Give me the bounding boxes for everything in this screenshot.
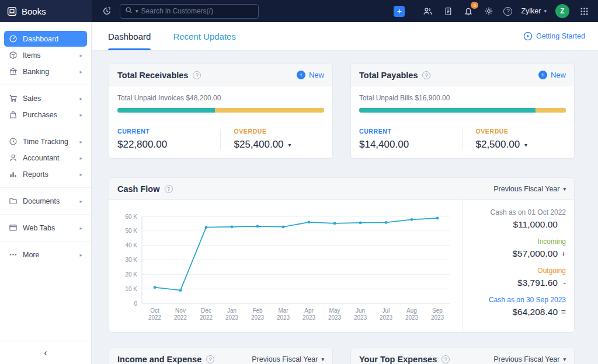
search-scope-chevron-icon[interactable]: ▾ xyxy=(135,8,138,14)
getting-started-link[interactable]: Getting Started xyxy=(523,32,585,41)
current-payables-stat: CURRENT $14,400.00 xyxy=(359,128,462,150)
fiscal-year-dropdown[interactable]: Previous Fiscal Year ▾ xyxy=(493,355,566,363)
incoming-total: Incoming $57,000.00 + xyxy=(471,237,566,259)
cash-flow-chart: 010 K20 K30 K40 K50 K60 KOct2022Nov2022D… xyxy=(109,200,462,332)
help-icon[interactable]: ? xyxy=(165,185,173,193)
card-header: Income and Expense ? Previous Fiscal Yea… xyxy=(109,348,332,364)
closing-balance: Cash as on 30 Sep 2023 $64,208.40 = xyxy=(471,296,566,317)
svg-text:Nov: Nov xyxy=(175,307,186,314)
card-title: Your Top Expenses xyxy=(359,355,437,364)
sidebar-item-label: Accountant xyxy=(23,154,74,162)
svg-text:Dec: Dec xyxy=(201,307,211,314)
search-input[interactable] xyxy=(141,7,253,15)
main-area: Dashboard Recent Updates Getting Started… xyxy=(92,22,598,364)
svg-text:2023: 2023 xyxy=(251,314,265,321)
books-logo-icon xyxy=(7,6,17,16)
sidebar-item-reports[interactable]: Reports ▸ xyxy=(4,166,87,182)
tab-recent-updates[interactable]: Recent Updates xyxy=(173,22,236,50)
app-logo[interactable]: Books xyxy=(0,0,92,22)
svg-text:0: 0 xyxy=(134,300,137,307)
fiscal-year-dropdown[interactable]: Previous Fiscal Year ▾ xyxy=(493,185,566,193)
tab-dashboard[interactable]: Dashboard xyxy=(108,22,151,50)
unpaid-bills-total: Total Unpaid Bills $16,900.00 xyxy=(359,94,566,102)
payables-progress-bar xyxy=(359,108,566,113)
search-icon xyxy=(125,6,133,16)
svg-text:2023: 2023 xyxy=(380,314,393,321)
svg-text:Jun: Jun xyxy=(356,307,365,314)
sidebar-item-items[interactable]: Items ▸ xyxy=(4,47,87,63)
sidebar-item-accountant[interactable]: Accountant ▸ xyxy=(4,150,87,166)
sidebar-item-sales[interactable]: Sales ▸ xyxy=(4,90,87,106)
new-receivable-button[interactable]: + New xyxy=(297,71,324,79)
bank-icon xyxy=(9,67,18,76)
play-circle-icon xyxy=(523,32,533,41)
dashboard-content: Total Receivables ? + New Total Unpaid I… xyxy=(92,51,598,364)
getting-started-label: Getting Started xyxy=(536,32,585,40)
sidebar-item-web-tabs[interactable]: Web Tabs ▸ xyxy=(4,220,87,236)
cash-flow-summary: Cash as on 01 Oct 2022 $11,000.00 Incomi… xyxy=(462,200,574,332)
overdue-dropdown-caret[interactable]: ▾ xyxy=(524,142,527,148)
sidebar: Dashboard Items ▸ Banking ▸ xyxy=(0,22,92,364)
sidebar-item-label: Web Tabs xyxy=(23,224,74,232)
recent-history-icon[interactable] xyxy=(101,5,113,17)
browser-window-icon xyxy=(9,223,18,232)
notifications-bell-icon[interactable]: 6 xyxy=(463,5,474,17)
org-switcher[interactable]: Zylker ▾ xyxy=(521,7,547,15)
svg-text:May: May xyxy=(329,307,340,314)
collapse-sidebar-button[interactable]: ‹ xyxy=(0,341,91,364)
global-search[interactable]: ▾ xyxy=(120,4,259,19)
total-payables-card: Total Payables ? + New Total Unpaid Bill… xyxy=(350,64,575,159)
svg-text:2022: 2022 xyxy=(148,314,162,321)
svg-text:2022: 2022 xyxy=(174,314,187,321)
sidebar-item-label: Time Tracking xyxy=(23,138,74,146)
help-icon[interactable]: ? xyxy=(193,71,201,79)
chevron-right-icon: ▸ xyxy=(79,225,82,231)
current-receivables-stat: CURRENT $22,800.00 xyxy=(117,128,220,150)
fiscal-year-dropdown[interactable]: Previous Fiscal Year ▾ xyxy=(252,355,324,363)
sidebar-item-label: Dashboard xyxy=(23,35,82,43)
svg-text:60 K: 60 K xyxy=(125,214,137,220)
svg-text:2023: 2023 xyxy=(405,314,419,321)
overdue-portion xyxy=(215,108,324,113)
chevron-right-icon: ▸ xyxy=(79,69,82,75)
card-title: Cash Flow xyxy=(117,184,160,194)
opening-balance: Cash as on 01 Oct 2022 $11,000.00 xyxy=(471,208,566,230)
quick-create-button[interactable]: + xyxy=(394,6,405,17)
apps-grid-icon[interactable] xyxy=(578,5,590,17)
new-payable-button[interactable]: + New xyxy=(538,71,566,79)
card-header: Cash Flow ? Previous Fiscal Year ▾ xyxy=(109,178,574,200)
help-icon[interactable]: ? xyxy=(503,7,512,16)
sidebar-item-more[interactable]: More ▸ xyxy=(4,247,87,262)
svg-text:2023: 2023 xyxy=(277,314,290,321)
card-title: Income and Expense xyxy=(117,355,201,364)
chevron-right-icon: ▸ xyxy=(79,252,82,258)
svg-text:40 K: 40 K xyxy=(125,242,137,249)
closing-balance-link[interactable]: Cash as on 30 Sep 2023 xyxy=(471,296,566,304)
settings-gear-icon[interactable] xyxy=(483,5,495,17)
svg-text:2023: 2023 xyxy=(328,314,342,321)
bar-chart-icon xyxy=(9,170,18,178)
svg-text:Jan: Jan xyxy=(227,307,237,314)
current-portion xyxy=(359,108,536,113)
sidebar-item-banking[interactable]: Banking ▸ xyxy=(4,64,87,79)
help-icon[interactable]: ? xyxy=(206,355,214,363)
sidebar-item-label: More xyxy=(23,251,74,259)
receivables-progress-bar xyxy=(117,108,324,113)
overdue-dropdown-caret[interactable]: ▾ xyxy=(288,142,291,148)
total-receivables-card: Total Receivables ? + New Total Unpaid I… xyxy=(109,64,333,159)
svg-text:10 K: 10 K xyxy=(125,286,137,292)
chevron-down-icon: ▾ xyxy=(321,356,324,362)
sidebar-item-time-tracking[interactable]: Time Tracking ▸ xyxy=(4,134,87,149)
sidebar-item-documents[interactable]: Documents ▸ xyxy=(4,193,87,209)
sidebar-item-purchases[interactable]: Purchases ▸ xyxy=(4,107,87,123)
svg-text:30 K: 30 K xyxy=(125,257,137,263)
sidebar-item-label: Documents xyxy=(23,197,74,205)
user-avatar[interactable]: Z xyxy=(555,4,569,18)
help-icon[interactable]: ? xyxy=(441,355,450,363)
sidebar-item-dashboard[interactable]: Dashboard xyxy=(4,31,87,47)
top-expenses-card: Your Top Expenses ? Previous Fiscal Year… xyxy=(350,348,575,364)
document-icon[interactable] xyxy=(442,5,454,17)
referral-users-icon[interactable] xyxy=(422,5,433,17)
help-icon[interactable]: ? xyxy=(422,71,430,79)
overdue-payables-stat: OVERDUE $2,500.00 ▾ xyxy=(463,128,566,150)
